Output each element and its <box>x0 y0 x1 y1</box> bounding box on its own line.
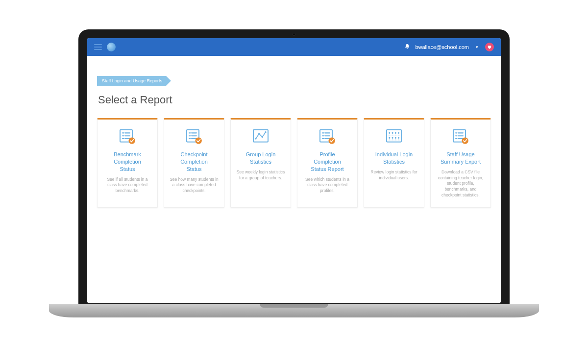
people-grid-icon <box>384 126 404 146</box>
list-check-icon <box>184 126 204 146</box>
laptop-base <box>49 304 539 317</box>
report-card-title: Profile Completion Status Report <box>311 151 343 173</box>
heart-icon[interactable] <box>485 43 494 51</box>
report-card-desc: See if all students in a class have comp… <box>102 177 152 194</box>
report-card-desc: See which students in a class have compl… <box>302 177 352 194</box>
screen: bwallace@school.com ▾ Staff Login and Us… <box>87 38 501 303</box>
svg-point-30 <box>389 132 390 134</box>
line-chart-icon <box>251 126 270 146</box>
laptop-mockup: bwallace@school.com ▾ Staff Login and Us… <box>78 29 510 328</box>
list-check-icon <box>118 126 137 146</box>
report-card-desc: Download a CSV file containing teacher l… <box>436 170 486 198</box>
report-card[interactable]: Group Login StatisticsSee weekly login s… <box>230 118 291 208</box>
svg-point-28 <box>329 138 335 144</box>
report-card-desc: See how many students in a class have co… <box>169 177 219 194</box>
svg-point-35 <box>392 137 393 139</box>
svg-point-37 <box>398 137 399 139</box>
report-card[interactable]: Profile Completion Status ReportSee whic… <box>297 118 358 208</box>
report-card-title: Staff Usage Summary Export <box>441 151 481 166</box>
list-check-icon <box>451 126 470 146</box>
chevron-down-icon[interactable]: ▾ <box>476 45 478 49</box>
svg-point-18 <box>258 133 260 134</box>
svg-point-19 <box>262 136 263 138</box>
svg-point-45 <box>462 138 468 144</box>
report-card[interactable]: Benchmark Completion StatusSee if all st… <box>97 118 158 208</box>
report-card-desc: See weekly login statistics for a group … <box>236 170 286 181</box>
bell-icon[interactable] <box>404 44 410 51</box>
svg-point-20 <box>265 131 266 133</box>
svg-point-7 <box>129 138 135 144</box>
report-card[interactable]: Checkpoint Completion StatusSee how many… <box>164 118 224 208</box>
report-card[interactable]: Staff Usage Summary ExportDownload a CSV… <box>430 118 491 208</box>
breadcrumb[interactable]: Staff Login and Usage Reports <box>97 76 171 86</box>
menu-icon[interactable] <box>94 44 102 50</box>
laptop-bezel: bwallace@school.com ▾ Staff Login and Us… <box>78 29 510 304</box>
camera-dot <box>293 33 295 36</box>
svg-point-15 <box>196 138 202 144</box>
top-nav: bwallace@school.com ▾ <box>87 38 501 56</box>
page-content: Staff Login and Usage Reports Select a R… <box>87 56 501 303</box>
svg-point-33 <box>398 132 399 134</box>
report-card-title: Checkpoint Completion Status <box>180 151 208 173</box>
app-logo[interactable] <box>107 43 116 51</box>
svg-point-34 <box>389 137 390 139</box>
svg-point-36 <box>395 137 396 139</box>
user-email[interactable]: bwallace@school.com <box>415 44 469 50</box>
report-card[interactable]: Individual Login StatisticsReview login … <box>364 118 424 208</box>
page-title: Select a Report <box>98 94 491 106</box>
report-card-title: Group Login Statistics <box>246 151 276 166</box>
svg-point-17 <box>255 138 256 139</box>
report-card-title: Benchmark Completion Status <box>114 151 141 173</box>
svg-point-32 <box>395 132 396 134</box>
report-card-title: Individual Login Statistics <box>375 151 413 166</box>
report-card-desc: Review login statistics for individual u… <box>369 170 419 181</box>
list-check-icon <box>318 126 337 146</box>
svg-point-31 <box>392 132 393 134</box>
report-cards-grid: Benchmark Completion StatusSee if all st… <box>97 118 491 208</box>
